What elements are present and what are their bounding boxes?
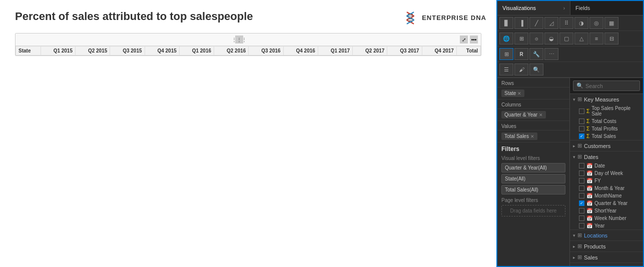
viz-icon-python[interactable]: 🔧 xyxy=(529,48,543,60)
viz-icon-fields-tab[interactable]: ☰ xyxy=(499,64,513,76)
columns-qy-item[interactable]: Quarter & Year ✕ xyxy=(497,109,569,121)
viz-icon-gauge[interactable]: ◒ xyxy=(544,32,558,44)
field-group-header-4[interactable]: ▸⊞Products xyxy=(570,241,643,252)
toolbar-fullscreen-btn[interactable]: ⤢ xyxy=(460,36,468,44)
field-item-2-0[interactable]: 📅Date xyxy=(570,162,643,170)
field-item-2-1[interactable]: 📅Day of Week xyxy=(570,170,643,177)
viz-icon-format-tab[interactable]: 🖌 xyxy=(514,64,528,76)
col-q2-2017: Q2 2017 xyxy=(353,46,387,56)
group-arrow-icon: ▸ xyxy=(573,144,575,148)
field-group-locations: ▾⊞Locations xyxy=(570,230,643,241)
toolbar-center: ⋮⋮⋮ xyxy=(235,36,243,44)
field-checkbox xyxy=(579,170,584,176)
panel-tabs: Visualizations › Fields xyxy=(497,1,643,16)
tab-fields[interactable]: Fields xyxy=(570,1,643,15)
viz-settings-column: Rows State ✕ Columns Quarter & Year ✕ Va… xyxy=(497,78,570,266)
field-group-header-0[interactable]: ▾⊞Key Measures xyxy=(570,94,643,104)
dna-icon xyxy=(403,10,418,25)
rows-state-value: State ✕ xyxy=(501,90,524,97)
filter-quarter-year[interactable]: Quarter & Year(All) xyxy=(501,163,565,172)
field-item-0-3[interactable]: ✓ΣTotal Sales xyxy=(570,132,643,140)
viz-icon-colchart[interactable]: ▐ xyxy=(514,17,528,29)
viz-icon-more1[interactable]: ⋯ xyxy=(544,48,558,60)
viz-icon-slicer[interactable]: ≡ xyxy=(589,32,603,44)
field-group-header-5[interactable]: ▸⊞Sales xyxy=(570,252,643,262)
field-item-2-2[interactable]: 📅FY xyxy=(570,177,643,184)
field-group-customers: ▸⊞Customers xyxy=(570,140,643,152)
columns-qy-remove[interactable]: ✕ xyxy=(539,112,543,118)
viz-icon-matrix[interactable]: ⊞ xyxy=(499,48,513,60)
field-group-header-6[interactable]: ▸⊞Salespeople xyxy=(570,263,643,266)
columns-qy-value: Quarter & Year ✕ xyxy=(501,111,546,118)
field-item-2-3[interactable]: 📅Month & Year xyxy=(570,184,643,192)
sigma-icon: Σ xyxy=(586,118,589,124)
field-item-0-1[interactable]: ΣTotal Costs xyxy=(570,118,643,125)
field-name-label: MonthName xyxy=(594,193,621,198)
viz-icon-map[interactable]: 🌐 xyxy=(499,32,513,44)
group-name-label: Key Measures xyxy=(584,96,619,102)
col-q3-2017: Q3 2017 xyxy=(387,46,422,56)
fields-search: 🔍 xyxy=(570,78,643,94)
rows-state-item[interactable]: State ✕ xyxy=(497,88,569,100)
col-q2-2016: Q2 2016 xyxy=(214,46,249,56)
viz-icon-filledmap[interactable]: ⊞ xyxy=(514,32,528,44)
viz-icon-funnel[interactable]: ⌾ xyxy=(529,32,543,44)
sigma-icon: Σ xyxy=(586,134,589,139)
field-item-2-4[interactable]: 📅MonthName xyxy=(570,192,643,200)
viz-icon-row-1: ▊ ▐ ╱ ◿ ⠿ ◑ ◎ ▦ xyxy=(497,16,643,31)
viz-icon-table[interactable]: ⊟ xyxy=(604,32,618,44)
group-arrow-icon: ▸ xyxy=(573,255,575,260)
col-state: State xyxy=(16,46,41,56)
calendar-icon: 📅 xyxy=(586,200,592,206)
field-checkbox xyxy=(579,216,584,221)
field-name-label: Month & Year xyxy=(594,186,624,191)
tab-visualizations[interactable]: Visualizations › xyxy=(497,1,570,15)
viz-icon-barchart[interactable]: ▊ xyxy=(499,17,513,29)
field-item-2-5[interactable]: ✓📅Quarter & Year xyxy=(570,200,643,207)
calendar-icon: 📅 xyxy=(586,163,592,168)
field-item-0-2[interactable]: ΣTotal Profits xyxy=(570,125,643,132)
group-table-icon: ⊞ xyxy=(577,232,582,238)
field-item-2-7[interactable]: 📅Week Number xyxy=(570,214,643,222)
table-toolbar: ⋮⋮⋮ ⤢ ••• xyxy=(16,34,481,46)
viz-icon-row-2: 🌐 ⊞ ⌾ ◒ ▢ △ ≡ ⊟ xyxy=(497,31,643,46)
viz-icon-pie[interactable]: ◑ xyxy=(574,17,588,29)
group-arrow-icon: ▾ xyxy=(573,233,575,238)
field-group-header-1[interactable]: ▸⊞Customers xyxy=(570,140,643,151)
viz-icon-treemap[interactable]: ▦ xyxy=(604,17,618,29)
data-table-container: ⋮⋮⋮ ⤢ ••• State Q1 2015 Q2 2015 Q3 2015 … xyxy=(15,33,481,56)
viz-icon-areachart[interactable]: ◿ xyxy=(544,17,558,29)
field-name-label: Total Profits xyxy=(591,126,617,132)
field-checkbox xyxy=(579,178,584,184)
viz-icon-kpi[interactable]: △ xyxy=(574,32,588,44)
field-item-2-6[interactable]: 📅ShortYear xyxy=(570,207,643,214)
field-name-label: Top Sales People Sale xyxy=(591,106,640,116)
toolbar-more-btn[interactable]: ••• xyxy=(470,36,478,44)
filter-state[interactable]: State(All) xyxy=(501,174,565,184)
group-arrow-icon: ▾ xyxy=(573,154,575,160)
toolbar-expand-btn[interactable]: ⋮⋮⋮ xyxy=(235,36,243,44)
field-group-key-measures: ▾⊞Key MeasuresΣTop Sales People SaleΣTot… xyxy=(570,94,643,140)
search-input[interactable] xyxy=(585,83,643,89)
group-name-label: Sales xyxy=(584,254,598,260)
viz-icon-donut[interactable]: ◎ xyxy=(589,17,603,29)
field-item-0-0[interactable]: ΣTop Sales People Sale xyxy=(570,104,643,118)
filter-total-sales[interactable]: Total Sales(All) xyxy=(501,185,565,194)
viz-icon-scatter[interactable]: ⠿ xyxy=(559,17,573,29)
field-group-header-3[interactable]: ▾⊞Locations xyxy=(570,230,643,240)
group-name-label: Salespeople xyxy=(584,266,614,266)
values-ts-item[interactable]: Total Sales ✕ xyxy=(497,130,569,142)
viz-icon-linechart[interactable]: ╱ xyxy=(529,17,543,29)
field-group-salespeople: ▸⊞Salespeople xyxy=(570,263,643,266)
viz-icon-r[interactable]: R xyxy=(514,48,528,60)
field-item-2-8[interactable]: 📅Year xyxy=(570,222,643,230)
field-group-header-2[interactable]: ▾⊞Dates xyxy=(570,152,643,162)
viz-icon-card[interactable]: ▢ xyxy=(559,32,573,44)
col-q2-2015: Q2 2015 xyxy=(76,46,110,56)
search-icon: 🔍 xyxy=(576,82,583,89)
values-ts-remove[interactable]: ✕ xyxy=(530,134,534,139)
rows-state-remove[interactable]: ✕ xyxy=(517,91,521,96)
fields-list: ▾⊞Key MeasuresΣTop Sales People SaleΣTot… xyxy=(570,94,643,266)
toolbar-right: ⤢ ••• xyxy=(460,36,478,44)
viz-icon-analytics-tab[interactable]: 🔍 xyxy=(529,64,543,76)
